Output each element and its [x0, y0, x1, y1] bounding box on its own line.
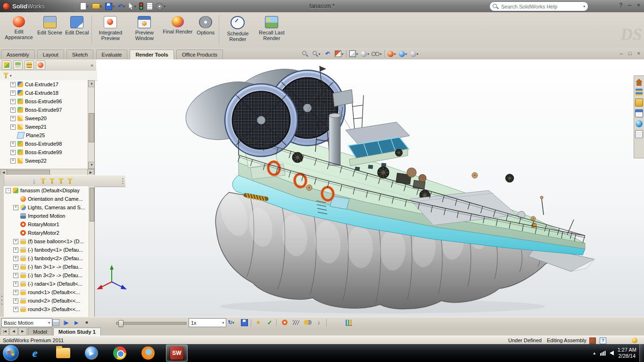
expand-icon[interactable]: +: [13, 290, 18, 295]
edit-scene-button[interactable]: Edit Scene: [36, 14, 64, 37]
zoom-fit-button[interactable]: [300, 49, 310, 58]
first-tab-button[interactable]: |◀: [0, 328, 9, 336]
expand-icon[interactable]: +: [10, 82, 16, 87]
motion-tree-scrollbar[interactable]: [89, 186, 94, 317]
view-settings-button[interactable]: ▾: [409, 49, 420, 58]
motion-tree-item[interactable]: +(-) fan 3<2> -> (Defau...: [4, 271, 94, 280]
expand-icon[interactable]: +: [10, 150, 16, 155]
quick-tips-icon[interactable]: [632, 337, 637, 343]
motion-tree-item[interactable]: +round<1> (Default<<...: [4, 288, 94, 296]
expand-icon[interactable]: +: [13, 298, 18, 304]
rebuild-button[interactable]: [138, 1, 144, 11]
render-options-button[interactable]: Options: [194, 14, 217, 37]
play-from-start-button[interactable]: |▶: [61, 318, 71, 327]
schedule-render-button[interactable]: Schedule Render: [221, 14, 255, 44]
media-player-button[interactable]: ▶: [81, 345, 102, 361]
contact-button[interactable]: [303, 318, 312, 327]
motor-button[interactable]: [280, 318, 289, 327]
network-icon[interactable]: [600, 351, 606, 356]
featuremanager-tab[interactable]: [2, 60, 11, 70]
playback-speed-dropdown[interactable]: 1x ▾: [189, 318, 226, 327]
search-input[interactable]: [500, 3, 581, 10]
options-button[interactable]: ▾: [155, 1, 166, 11]
expand-icon[interactable]: +: [10, 141, 16, 147]
expand-icon[interactable]: +: [13, 239, 18, 244]
appearances-scenes-icon[interactable]: [636, 120, 643, 127]
solidworks-taskbar-button[interactable]: SW: [166, 345, 188, 362]
tower[interactable]: [329, 114, 340, 166]
motion-tree-item[interactable]: +(-) fan 3<1> -> (Defau...: [4, 263, 94, 271]
expand-icon[interactable]: +: [13, 273, 18, 278]
tray-clock[interactable]: 1:27 AM 2/28/14: [618, 347, 636, 359]
tab-evaluate[interactable]: Evaluate: [96, 49, 128, 59]
recall-last-render-button[interactable]: Recall Last Render: [255, 14, 289, 43]
view-palette-icon[interactable]: [635, 109, 643, 117]
dropdown-caret[interactable]: ▾: [10, 74, 12, 77]
fan-front[interactable]: [225, 84, 297, 156]
save-animation-button[interactable]: [239, 318, 249, 327]
volume-icon[interactable]: [610, 351, 614, 355]
motion-tree-item[interactable]: +(-) radar<1> (Default<...: [4, 280, 94, 288]
timeline-thumb[interactable]: [118, 320, 124, 327]
splitter-grip[interactable]: [122, 178, 124, 184]
play-button[interactable]: ▶: [72, 318, 81, 327]
configurationmanager-tab[interactable]: [25, 60, 34, 70]
start-button[interactable]: [3, 345, 19, 361]
minimize-button[interactable]: –: [628, 2, 631, 8]
results-plots-button[interactable]: [344, 318, 354, 327]
windows-explorer-button[interactable]: [53, 345, 74, 361]
resources-home-icon[interactable]: [636, 79, 643, 86]
stop-button[interactable]: ■: [82, 318, 91, 327]
motion-tree-item[interactable]: +(-) fanbody<2> (Defau...: [4, 254, 94, 263]
tree-item[interactable]: +Sweep21: [0, 123, 94, 131]
motion-tree-item[interactable]: +(-) fanbody<1> (Defau...: [4, 246, 94, 254]
expand-icon[interactable]: +: [10, 158, 16, 164]
file-properties-button[interactable]: [146, 1, 154, 11]
section-view-button[interactable]: ▾: [334, 49, 344, 58]
motion-tree-item[interactable]: +Lights, Cameras and S...: [4, 203, 94, 212]
scroll-thumb[interactable]: [90, 188, 94, 222]
expand-icon[interactable]: +: [13, 307, 18, 312]
motion-tree-item[interactable]: +round<2> (Default<<...: [4, 296, 94, 305]
undo-button[interactable]: ↶▾: [117, 1, 126, 11]
spring-button[interactable]: [291, 318, 301, 327]
scroll-thumb[interactable]: [89, 113, 94, 142]
search-dropdown-caret[interactable]: ▾: [583, 5, 585, 8]
tab-layout[interactable]: Layout: [37, 49, 64, 59]
tree-item[interactable]: +Sweep20: [0, 114, 94, 123]
calculate-button[interactable]: [51, 318, 60, 327]
edit-decal-button[interactable]: Edit Decal: [64, 14, 90, 37]
select-button[interactable]: ▾: [127, 1, 137, 11]
motion-tree-item[interactable]: +(f) base balloon<1> (D...: [4, 237, 94, 246]
expand-icon[interactable]: +: [13, 256, 18, 261]
scroll-down-button[interactable]: ▼: [88, 162, 94, 169]
save-button[interactable]: ▾: [104, 1, 116, 11]
displaymanager-tab[interactable]: [36, 60, 45, 70]
scroll-up-button[interactable]: ▲: [88, 80, 94, 87]
expand-icon[interactable]: +: [10, 99, 16, 104]
tree-item[interactable]: +Boss-Extrude99: [0, 148, 94, 156]
previous-view-button[interactable]: ↶: [322, 49, 333, 58]
preview-window-button[interactable]: Preview Window: [127, 14, 161, 43]
doc-restore-button[interactable]: □: [628, 50, 632, 56]
integrated-preview-button[interactable]: Integrated Preview: [93, 14, 127, 43]
filter-driving-icon[interactable]: [49, 178, 55, 184]
motion-tree-item[interactable]: RotaryMotor2: [4, 229, 94, 237]
expand-icon[interactable]: +: [10, 107, 16, 113]
display-style-button[interactable]: ▾: [360, 49, 370, 58]
help-panel-icon[interactable]: ?: [600, 337, 606, 344]
expand-icon[interactable]: +: [13, 247, 18, 253]
tree-item[interactable]: +Boss-Extrude97: [0, 106, 94, 114]
no-filter-icon[interactable]: [31, 178, 37, 184]
tree-item[interactable]: +Cut-Extrude17: [0, 80, 94, 89]
file-explorer-icon[interactable]: [635, 99, 643, 107]
tree-item[interactable]: Plane25: [0, 131, 94, 140]
tree-item[interactable]: +Boss-Extrude98: [0, 140, 94, 148]
study-type-dropdown[interactable]: Basic Motion ▾: [1, 318, 52, 327]
motion-tree-item[interactable]: +round<3> (Default<<...: [4, 305, 94, 313]
open-button[interactable]: ▾: [91, 1, 103, 11]
timeline-slider[interactable]: [116, 322, 187, 325]
expand-icon[interactable]: +: [13, 264, 18, 270]
tab-office-products[interactable]: Office Products: [176, 49, 223, 59]
custom-properties-icon[interactable]: [635, 130, 643, 138]
